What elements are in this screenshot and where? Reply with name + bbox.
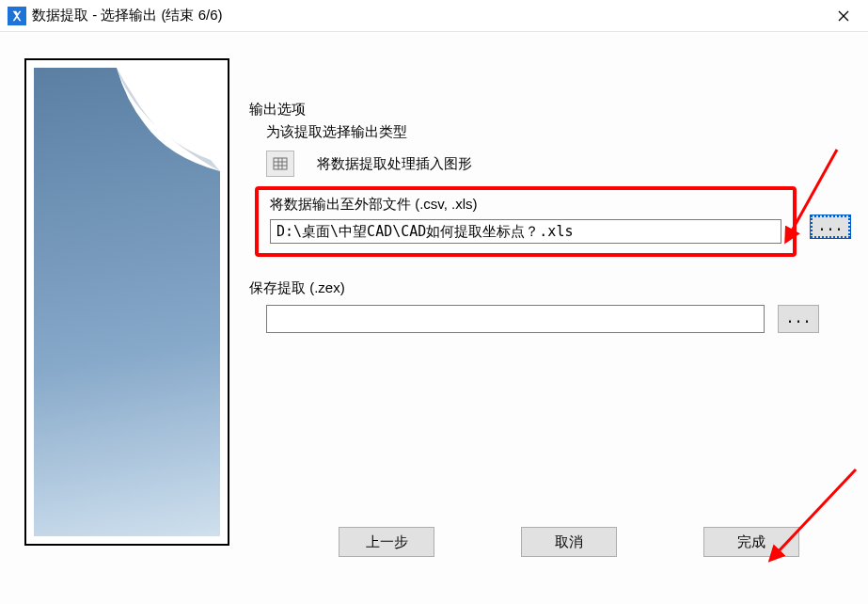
save-extract-group: 保存提取 (.zex) ... [249,274,851,333]
table-icon [273,156,288,171]
browse-external-file-button[interactable]: ... [810,215,851,239]
finish-button[interactable]: 完成 [703,527,799,557]
back-button[interactable]: 上一步 [339,527,434,557]
output-options-legend: 输出选项 [249,101,311,119]
preview-page [34,68,220,536]
window-title: 数据提取 - 选择输出 (结束 6/6) [32,7,223,24]
output-options-group: 输出选项 为该提取选择输出类型 将数据提取处理插入图形 将数据输出至外部文件 (… [249,103,851,257]
dialog-content: 输出选项 为该提取选择输出类型 将数据提取处理插入图形 将数据输出至外部文件 (… [0,32,868,604]
save-extract-path-input[interactable] [266,305,765,333]
options-area: 输出选项 为该提取选择输出类型 将数据提取处理插入图形 将数据输出至外部文件 (… [249,103,851,350]
close-button[interactable] [827,3,860,29]
title-bar: 数据提取 - 选择输出 (结束 6/6) [0,0,868,32]
svg-rect-0 [274,158,287,169]
insert-drawing-button[interactable] [266,151,294,177]
app-icon [8,7,26,25]
output-type-subtitle: 为该提取选择输出类型 [266,123,851,141]
insert-drawing-row: 将数据提取处理插入图形 [266,151,834,177]
footer-buttons: 上一步 取消 完成 [339,527,799,557]
external-file-label: 将数据输出至外部文件 (.csv, .xls) [270,196,781,214]
browse-save-extract-button[interactable]: ... [778,305,819,333]
save-extract-label: 保存提取 (.zex) [249,279,851,297]
external-file-highlight: 将数据输出至外部文件 (.csv, .xls) [255,186,797,257]
cancel-button[interactable]: 取消 [521,527,617,557]
page-fold-icon [117,68,220,171]
external-file-path-input[interactable] [270,219,781,244]
close-icon [838,10,849,22]
preview-panel [24,58,229,546]
insert-drawing-label: 将数据提取处理插入图形 [317,155,472,173]
